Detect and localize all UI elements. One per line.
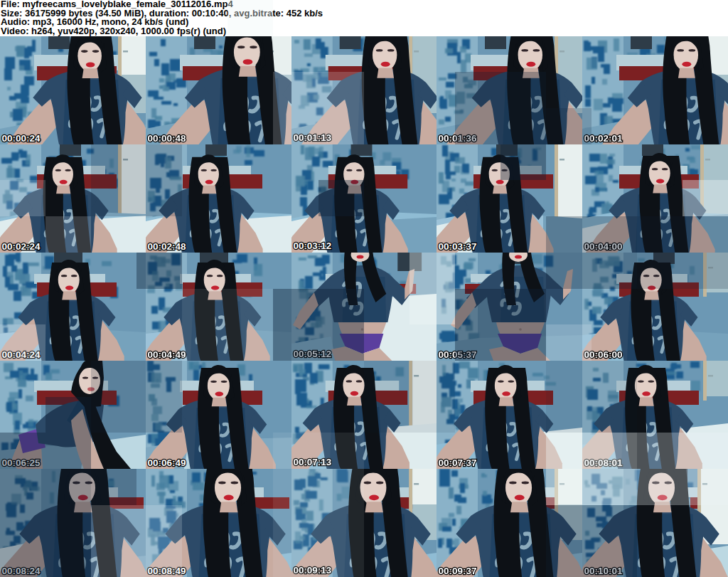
svg-text:00:02:48: 00:02:48 <box>148 241 187 252</box>
svg-text:00:02:24: 00:02:24 <box>2 241 41 252</box>
svg-text:00:03:12: 00:03:12 <box>293 240 331 251</box>
svg-text:00:00:24: 00:00:24 <box>2 133 41 144</box>
svg-text:00:04:49: 00:04:49 <box>148 349 186 360</box>
svg-text:00:09:13: 00:09:13 <box>293 565 331 576</box>
svg-text:00:07:13: 00:07:13 <box>293 457 331 467</box>
svg-text:00:04:00: 00:04:00 <box>584 241 623 252</box>
svg-text:00:05:12: 00:05:12 <box>293 349 331 359</box>
svg-text:00:08:49: 00:08:49 <box>148 566 186 576</box>
svg-text:00:05:37: 00:05:37 <box>439 349 477 360</box>
svg-text:00:03:37: 00:03:37 <box>439 241 477 252</box>
svg-text:00:09:37: 00:09:37 <box>439 566 477 576</box>
svg-text:00:06:00: 00:06:00 <box>584 349 623 360</box>
svg-text:00:00:48: 00:00:48 <box>148 133 187 144</box>
svg-text:00:02:01: 00:02:01 <box>584 133 623 144</box>
svg-text:00:06:25: 00:06:25 <box>2 457 41 468</box>
svg-text:00:06:49: 00:06:49 <box>148 457 186 468</box>
svg-text:00:04:24: 00:04:24 <box>2 349 41 360</box>
svg-text:00:08:24: 00:08:24 <box>2 566 41 576</box>
svg-text:00:08:01: 00:08:01 <box>584 457 623 468</box>
svg-text:00:01:36: 00:01:36 <box>439 133 478 144</box>
svg-text:00:07:37: 00:07:37 <box>439 457 477 468</box>
svg-text:00:01:13: 00:01:13 <box>293 132 331 143</box>
svg-text:00:10:01: 00:10:01 <box>584 566 623 576</box>
